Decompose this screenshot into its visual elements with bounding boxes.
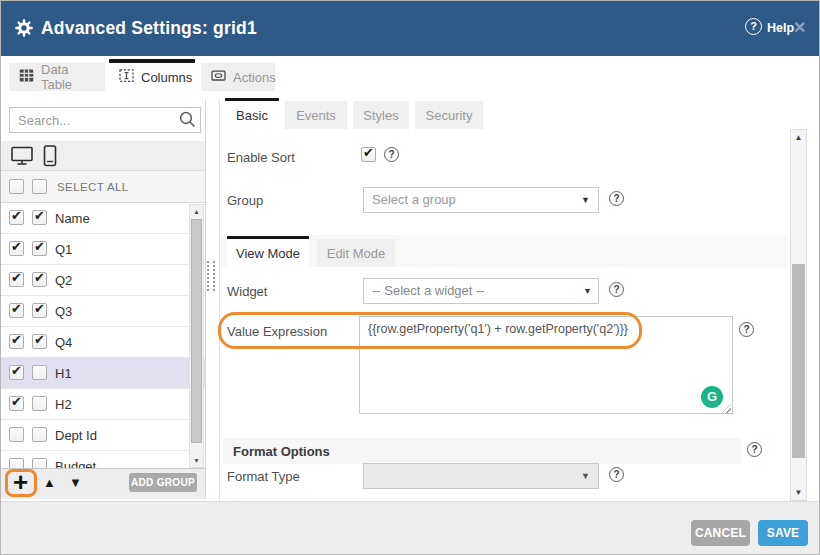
- format-options-help-icon[interactable]: ?: [747, 442, 762, 457]
- search-input[interactable]: [9, 107, 201, 133]
- tab-label: Edit Mode: [327, 246, 386, 261]
- scrollbar-thumb[interactable]: [792, 264, 805, 458]
- format-options-section: Format Options: [223, 438, 741, 464]
- column-row-h1[interactable]: ✔H1: [1, 358, 205, 389]
- scroll-up-icon[interactable]: ▲: [791, 133, 806, 142]
- move-up-button[interactable]: ▲: [43, 475, 56, 490]
- tab-styles[interactable]: Styles: [353, 101, 409, 129]
- widget-label: Widget: [227, 284, 267, 299]
- format-type-help-icon[interactable]: ?: [609, 467, 624, 482]
- columns-icon: [119, 68, 134, 86]
- column-row-h2[interactable]: ✔H2: [1, 389, 205, 420]
- column-name: Q2: [55, 273, 72, 288]
- column-name: Dept Id: [55, 428, 97, 443]
- desktop-checkbox[interactable]: ✔: [9, 241, 24, 256]
- scroll-down-icon[interactable]: ▼: [190, 457, 203, 464]
- check-icon: ✔: [11, 270, 22, 285]
- chevron-down-icon: ▼: [581, 188, 590, 212]
- value-expression-textarea[interactable]: {{row.getProperty('q1') + row.getPropert…: [359, 316, 733, 414]
- mobile-checkbox[interactable]: ✔: [32, 241, 47, 256]
- sidebar-scrollbar[interactable]: ▲ ▼: [189, 204, 204, 468]
- desktop-checkbox[interactable]: ✔: [9, 365, 24, 380]
- mobile-checkbox[interactable]: [32, 458, 47, 468]
- tab-label: View Mode: [236, 246, 300, 261]
- scrollbar-thumb[interactable]: [191, 219, 202, 443]
- column-name: Q4: [55, 335, 72, 350]
- check-icon: ✔: [363, 145, 374, 160]
- tab-view-mode[interactable]: View Mode: [227, 236, 309, 267]
- enable-sort-label: Enable Sort: [227, 150, 295, 165]
- tab-security[interactable]: Security: [415, 101, 483, 129]
- mobile-checkbox[interactable]: [32, 427, 47, 442]
- column-row-q2[interactable]: ✔✔Q2: [1, 265, 205, 296]
- mobile-checkbox[interactable]: ✔: [32, 272, 47, 287]
- column-row-q3[interactable]: ✔✔Q3: [1, 296, 205, 327]
- group-help-icon[interactable]: ?: [609, 191, 624, 206]
- panel-splitter-handle[interactable]: [207, 261, 215, 291]
- tab-columns[interactable]: Columns: [109, 59, 195, 91]
- save-button[interactable]: SAVE: [758, 520, 808, 546]
- tab-actions[interactable]: Actions: [201, 63, 275, 91]
- column-list: ✔✔Name✔✔Q1✔✔Q2✔✔Q3✔✔Q4✔H1✔H2Dept IdBudge…: [1, 203, 205, 468]
- gear-icon: [14, 18, 34, 42]
- help-label[interactable]: Help: [767, 21, 794, 35]
- format-type-select[interactable]: ▼: [363, 463, 599, 489]
- tab-edit-mode[interactable]: Edit Mode: [317, 239, 395, 267]
- column-name: Q1: [55, 242, 72, 257]
- enable-sort-checkbox[interactable]: ✔: [361, 147, 376, 162]
- mobile-checkbox[interactable]: [32, 365, 47, 380]
- desktop-checkbox[interactable]: ✔: [9, 210, 24, 225]
- check-icon: ✔: [11, 332, 22, 347]
- format-type-label: Format Type: [227, 469, 300, 484]
- desktop-checkbox[interactable]: [9, 427, 24, 442]
- column-name: H2: [55, 397, 72, 412]
- tab-label: Styles: [363, 108, 398, 123]
- check-icon: ✔: [11, 301, 22, 316]
- select-all-label: SELECT ALL: [57, 181, 129, 193]
- column-row-name[interactable]: ✔✔Name: [1, 203, 205, 234]
- mobile-checkbox[interactable]: ✔: [32, 303, 47, 318]
- column-row-q4[interactable]: ✔✔Q4: [1, 327, 205, 358]
- enable-sort-help-icon[interactable]: ?: [384, 147, 399, 162]
- mobile-checkbox[interactable]: ✔: [32, 334, 47, 349]
- desktop-icon[interactable]: [11, 146, 33, 170]
- group-select[interactable]: Select a group ▼: [363, 187, 599, 213]
- data-table-icon: [19, 68, 34, 86]
- desktop-checkbox[interactable]: ✔: [9, 303, 24, 318]
- widget-select[interactable]: -- Select a widget -- ▾: [363, 278, 599, 304]
- scroll-up-icon[interactable]: ▲: [190, 208, 203, 215]
- value-expression-help-icon[interactable]: ?: [739, 322, 754, 337]
- tab-label: Events: [296, 108, 336, 123]
- desktop-checkbox[interactable]: ✔: [9, 396, 24, 411]
- check-icon: ✔: [11, 208, 22, 223]
- scroll-down-icon[interactable]: ▼: [791, 488, 806, 497]
- desktop-checkbox[interactable]: ✔: [9, 272, 24, 287]
- column-name: H1: [55, 366, 72, 381]
- select-all-desktop-checkbox[interactable]: [9, 179, 24, 194]
- grammarly-icon[interactable]: G: [701, 386, 723, 408]
- panel-scrollbar[interactable]: ▲ ▼: [790, 129, 807, 501]
- tab-data-table[interactable]: Data Table: [9, 63, 105, 91]
- check-icon: ✔: [34, 239, 45, 254]
- cancel-button[interactable]: CANCEL: [691, 520, 750, 546]
- tab-basic[interactable]: Basic: [225, 98, 279, 129]
- add-group-button[interactable]: ADD GROUP: [129, 473, 197, 492]
- select-all-mobile-checkbox[interactable]: [32, 179, 47, 194]
- tab-events[interactable]: Events: [285, 101, 347, 129]
- tab-label: Columns: [141, 70, 192, 85]
- move-down-button[interactable]: ▼: [69, 475, 82, 490]
- widget-help-icon[interactable]: ?: [609, 282, 624, 297]
- column-row-budget[interactable]: Budget: [1, 451, 205, 468]
- desktop-checkbox[interactable]: ✔: [9, 334, 24, 349]
- mobile-checkbox[interactable]: [32, 396, 47, 411]
- column-row-dept-id[interactable]: Dept Id: [1, 420, 205, 451]
- device-filter-row: [1, 141, 205, 171]
- mobile-checkbox[interactable]: ✔: [32, 210, 47, 225]
- close-icon[interactable]: ✕: [793, 18, 806, 37]
- add-column-button[interactable]: +: [13, 468, 28, 496]
- column-row-q1[interactable]: ✔✔Q1: [1, 234, 205, 265]
- mobile-icon[interactable]: [43, 145, 57, 171]
- help-icon[interactable]: ?: [745, 18, 762, 35]
- dialog-header: Advanced Settings: grid1 ? Help ✕: [1, 1, 820, 56]
- chevron-down-icon: ▼: [581, 464, 590, 488]
